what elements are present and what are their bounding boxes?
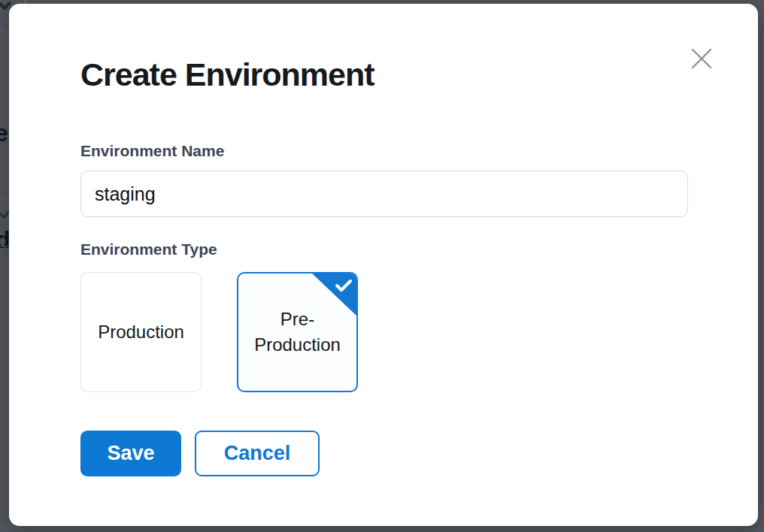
background-divider <box>0 198 9 198</box>
check-icon <box>335 278 353 293</box>
dialog-title: Create Environment <box>80 56 374 93</box>
dialog-actions: Save Cancel <box>80 431 320 476</box>
environment-name-label: Environment Name <box>80 142 224 160</box>
background-divider <box>0 246 9 246</box>
cancel-button[interactable]: Cancel <box>195 431 320 476</box>
close-icon <box>690 47 714 71</box>
dimmed-backdrop[interactable]: e d Create Environment Environment Name … <box>0 0 764 532</box>
environment-type-label: Environment Type <box>80 240 217 258</box>
background-text-fragment: e <box>0 121 8 145</box>
environment-type-picker: Production Pre-Production <box>80 272 358 392</box>
type-card-pre-production[interactable]: Pre-Production <box>237 272 358 392</box>
type-card-label: Production <box>87 319 195 345</box>
background-divider <box>0 30 9 31</box>
save-button[interactable]: Save <box>80 431 181 476</box>
type-card-label: Pre-Production <box>238 307 356 358</box>
create-environment-dialog: Create Environment Environment Name Envi… <box>9 4 758 526</box>
close-button[interactable] <box>687 44 716 73</box>
type-card-production[interactable]: Production <box>80 272 202 392</box>
environment-name-input[interactable] <box>80 171 688 217</box>
